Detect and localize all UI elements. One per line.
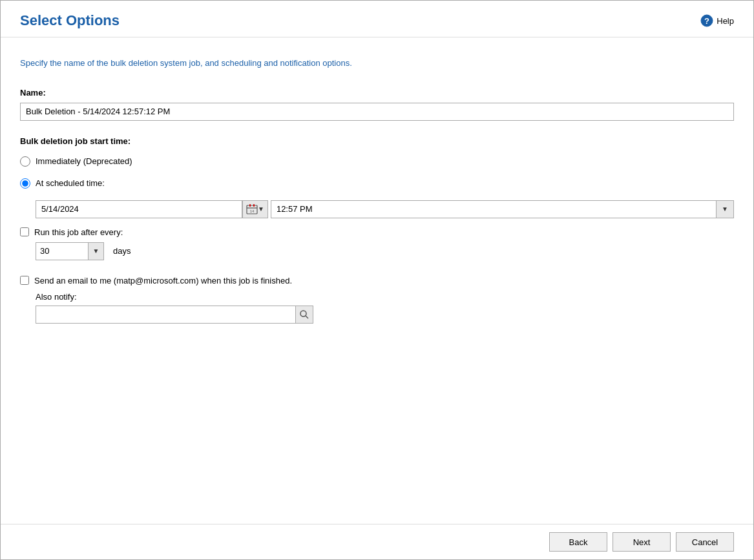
immediately-label: Immediately (Deprecated) xyxy=(36,156,132,166)
header: Select Options ? Help xyxy=(1,1,753,37)
svg-line-8 xyxy=(306,316,308,318)
svg-rect-4 xyxy=(249,204,251,207)
scheduled-radio-row: At scheduled time: xyxy=(20,178,734,189)
days-input[interactable] xyxy=(36,243,88,260)
calendar-button[interactable]: 14 ▼ xyxy=(242,200,268,218)
search-icon xyxy=(299,309,309,320)
days-select: ▼ xyxy=(36,242,104,260)
immediately-radio-row: Immediately (Deprecated) xyxy=(20,156,734,167)
email-group: Send an email to me (matp@microsoft.com)… xyxy=(20,276,734,324)
email-row: Send an email to me (matp@microsoft.com)… xyxy=(20,276,734,285)
also-notify-label: Also notify: xyxy=(36,292,734,302)
run-after-row: Run this job after every: xyxy=(20,227,734,237)
footer: Back Next Cancel xyxy=(1,524,753,559)
also-notify-wrapper xyxy=(36,306,313,324)
help-link[interactable]: ? Help xyxy=(700,14,734,27)
days-label: days xyxy=(113,246,131,256)
run-after-label: Run this job after every: xyxy=(34,227,123,237)
help-label: Help xyxy=(717,16,734,26)
run-after-inner: ▼ days xyxy=(36,242,734,260)
also-notify-input[interactable] xyxy=(36,306,295,324)
scheduled-radio[interactable] xyxy=(20,178,30,189)
time-input-wrapper: ▼ xyxy=(271,200,734,218)
page-wrapper: Select Options ? Help Specify the name o… xyxy=(0,0,754,560)
cancel-button[interactable]: Cancel xyxy=(676,532,734,552)
time-dropdown-button[interactable]: ▼ xyxy=(716,200,734,218)
time-chevron-icon: ▼ xyxy=(722,205,728,213)
start-time-group: Bulk deletion job start time: Immediatel… xyxy=(20,136,734,260)
back-button[interactable]: Back xyxy=(549,532,607,552)
svg-point-7 xyxy=(300,311,306,316)
scheduled-label: At scheduled time: xyxy=(36,178,105,188)
time-input[interactable] xyxy=(271,200,716,218)
name-field-group: Name: xyxy=(20,88,734,121)
description-text: Specify the name of the bulk deletion sy… xyxy=(20,57,734,70)
date-input[interactable] xyxy=(36,200,242,218)
calendar-chevron-icon: ▼ xyxy=(258,205,264,213)
next-button[interactable]: Next xyxy=(613,532,671,552)
svg-text:14: 14 xyxy=(250,209,255,213)
days-chevron-icon: ▼ xyxy=(93,247,99,254)
calendar-icon: 14 xyxy=(246,203,258,215)
email-label: Send an email to me (matp@microsoft.com)… xyxy=(34,276,292,285)
svg-text:?: ? xyxy=(704,16,709,26)
content-area: Specify the name of the bulk deletion sy… xyxy=(1,37,753,524)
name-label: Name: xyxy=(20,88,734,98)
also-notify-search-button[interactable] xyxy=(295,306,313,324)
svg-rect-5 xyxy=(253,204,255,207)
days-dropdown-button[interactable]: ▼ xyxy=(88,243,103,260)
start-time-label: Bulk deletion job start time: xyxy=(20,136,734,146)
name-input[interactable] xyxy=(20,103,734,121)
run-after-checkbox[interactable] xyxy=(20,227,29,236)
date-time-row: 14 ▼ ▼ xyxy=(36,200,734,218)
send-email-checkbox[interactable] xyxy=(20,276,29,285)
immediately-radio[interactable] xyxy=(20,156,30,167)
help-icon: ? xyxy=(700,14,713,27)
page-title: Select Options xyxy=(20,12,120,29)
